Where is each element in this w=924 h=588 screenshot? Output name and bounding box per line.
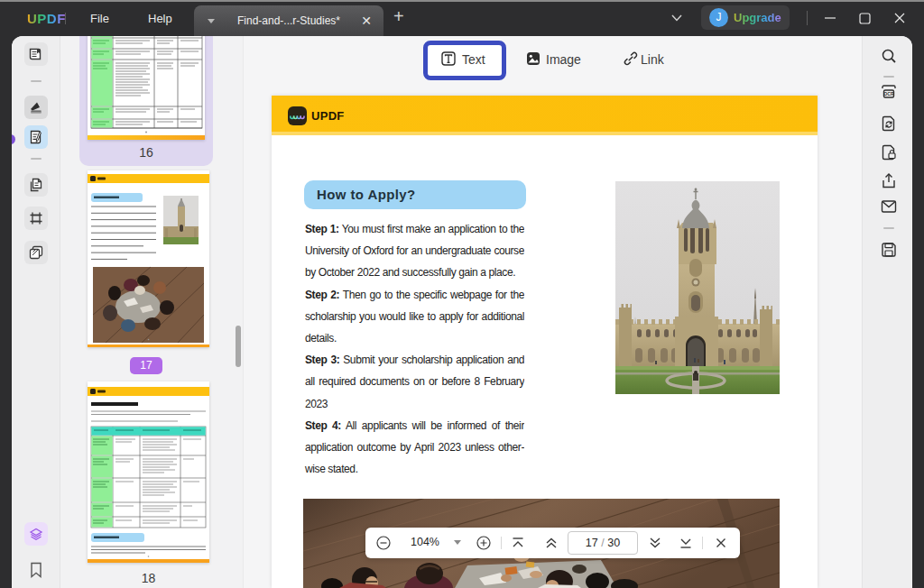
svg-text:OCR: OCR (883, 91, 894, 96)
